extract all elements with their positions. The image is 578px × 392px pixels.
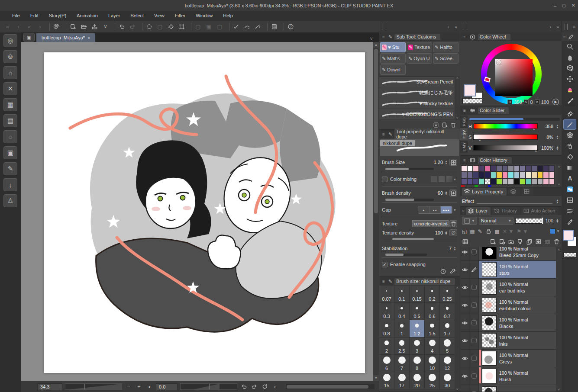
history-swatch[interactable]: [543, 178, 549, 185]
subtool-group-tab[interactable]: ✎ Downl: [380, 64, 406, 75]
tool-button[interactable]: [563, 108, 576, 119]
layer-visibility-eye-icon[interactable]: [460, 279, 469, 296]
gap-segmented-control[interactable]: ● ●● ●●●: [418, 206, 452, 214]
zoom-out-button[interactable]: −: [125, 383, 132, 391]
brush-size-cell[interactable]: 6: [379, 355, 394, 372]
texture-null-button[interactable]: ∅: [449, 229, 457, 236]
brush-size-cell[interactable]: 0.4: [394, 303, 410, 320]
color-mode-tab[interactable]: RGB: [460, 116, 468, 128]
dock-grip-icon[interactable]: [565, 24, 568, 30]
brush-list-scrollbar[interactable]: ˄ ˅: [455, 76, 460, 120]
layer-visibility-eye-icon[interactable]: [460, 350, 469, 367]
brush-size-cell[interactable]: 0.3: [379, 303, 394, 320]
history-swatch[interactable]: [549, 172, 555, 178]
tool-button[interactable]: [563, 141, 576, 151]
history-swatch[interactable]: [479, 178, 485, 185]
history-swatch[interactable]: [467, 165, 473, 172]
scroll-down-icon[interactable]: ˅: [456, 116, 459, 120]
history-swatch[interactable]: [473, 165, 479, 172]
brush-size-scrollbar[interactable]: ˄ ˅: [455, 286, 460, 392]
history-swatch[interactable]: [514, 172, 520, 178]
material-folder-button[interactable]: ⊚: [3, 50, 17, 63]
material-folder-button[interactable]: ✕: [3, 82, 17, 95]
enable-snapping-checkbox[interactable]: ✓: [382, 262, 387, 267]
rotation-slider[interactable]: [180, 383, 237, 390]
channel-value[interactable]: 8%: [539, 135, 553, 140]
brush-size-cell[interactable]: 2.5: [394, 337, 410, 355]
new-raster-layer-icon[interactable]: [490, 238, 496, 245]
layer-name[interactable]: inks: [499, 341, 528, 347]
panel-menu-icon[interactable]: ≡: [381, 132, 386, 137]
brush-size-cell[interactable]: 0.5: [410, 303, 425, 320]
history-swatch[interactable]: [473, 172, 479, 178]
layer-select-checkbox[interactable]: [469, 350, 479, 367]
subtool-group-tab[interactable]: ✎ Matt's: [380, 53, 406, 64]
brush-list-item[interactable]: SU-Cream Pencil: [379, 77, 460, 87]
scroll-down-icon[interactable]: ˅: [558, 388, 560, 392]
layer-thumbnail[interactable]: [482, 280, 497, 295]
brush-list-item[interactable]: 乾燥にじみ毛筆: [379, 87, 460, 98]
scroll-down-icon[interactable]: ˅: [558, 183, 560, 186]
tool-button[interactable]: [563, 195, 576, 206]
tool-button[interactable]: [564, 107, 575, 107]
layer-name[interactable]: ear bud inks: [499, 288, 528, 293]
subtool-group-tab[interactable]: ✎ Scree: [433, 53, 459, 64]
spinner-icon[interactable]: ▲▼: [445, 191, 448, 195]
panel-menu-icon[interactable]: ≡: [462, 35, 467, 39]
canvas-thumbnail-button[interactable]: ▣: [23, 33, 35, 42]
history-swatch[interactable]: [526, 172, 532, 178]
brush-size-cell[interactable]: 25: [425, 372, 440, 389]
rotate-cw-button[interactable]: [250, 383, 258, 391]
channel-value[interactable]: 100%: [539, 145, 553, 151]
tab-layer[interactable]: Layer: [466, 207, 491, 215]
layer-select-checkbox[interactable]: [469, 385, 479, 392]
transfer-down-icon[interactable]: [517, 238, 523, 245]
layer-select-checkbox[interactable]: [469, 314, 479, 331]
dock-expand-icon[interactable]: »: [452, 24, 460, 29]
channel-slider[interactable]: ˄: [473, 134, 538, 140]
toolbar-button[interactable]: ˅: [100, 22, 110, 32]
merge-down-icon[interactable]: [526, 238, 533, 245]
layer-visibility-eye-icon[interactable]: [460, 261, 469, 278]
color-mixing-checkbox[interactable]: [382, 177, 387, 182]
gap-option-narrow[interactable]: ●: [418, 206, 429, 213]
panel-menu-icon[interactable]: ≡: [462, 209, 465, 213]
tool-button[interactable]: [563, 162, 576, 173]
brush-size-cell[interactable]: 10: [425, 355, 440, 372]
opacity-slider[interactable]: [515, 218, 543, 224]
scroll-down-icon[interactable]: ˅: [456, 387, 459, 391]
tool-button[interactable]: [563, 41, 576, 52]
layer-name[interactable]: stars: [499, 270, 528, 276]
panel-menu-icon[interactable]: ≡: [563, 35, 566, 39]
opacity-value[interactable]: 100: [546, 218, 553, 223]
history-swatch[interactable]: [461, 165, 467, 172]
layer-visibility-eye-icon[interactable]: [460, 314, 469, 331]
tab-history[interactable]: History: [492, 207, 520, 215]
saturation-value-square[interactable]: [495, 59, 533, 96]
history-swatch[interactable]: [491, 165, 497, 172]
layer-row[interactable]: 100 % Normal Blacks: [460, 314, 562, 332]
scroll-up-icon[interactable]: ˄: [558, 165, 560, 169]
brush-size-cell[interactable]: 0.15: [410, 286, 425, 303]
tool-button[interactable]: A: [563, 173, 576, 184]
scroll-up-icon[interactable]: ˄: [558, 248, 560, 252]
toolbar-button[interactable]: «: [3, 22, 13, 32]
tool-button[interactable]: [563, 216, 576, 227]
subtool-group-tab[interactable]: ✎ ♥ Stu: [380, 42, 406, 52]
minimize-button[interactable]: –: [554, 3, 556, 8]
rotate-ccw-button[interactable]: [240, 383, 248, 391]
draft-layer-icon[interactable]: ✎: [478, 228, 482, 235]
layer-row[interactable]: 100 % Normal earbbud colour: [460, 296, 562, 314]
toolbar-button[interactable]: [52, 22, 61, 32]
slider-marker-icon[interactable]: ˄: [535, 149, 537, 153]
material-folder-button[interactable]: ↓: [3, 178, 17, 191]
close-button[interactable]: ✕: [572, 3, 575, 8]
color-slider-scrollbar[interactable]: [469, 118, 560, 121]
material-folder-button[interactable]: ✎: [3, 162, 17, 175]
brush-size-value[interactable]: 1.20: [428, 160, 443, 165]
zoom-in-button[interactable]: +: [135, 383, 143, 391]
layer-thumbnail[interactable]: [482, 247, 497, 259]
menu-item[interactable]: Animation: [71, 11, 103, 21]
layer-property-tab[interactable]: Layer Property: [462, 188, 507, 196]
history-swatch[interactable]: [496, 172, 502, 178]
